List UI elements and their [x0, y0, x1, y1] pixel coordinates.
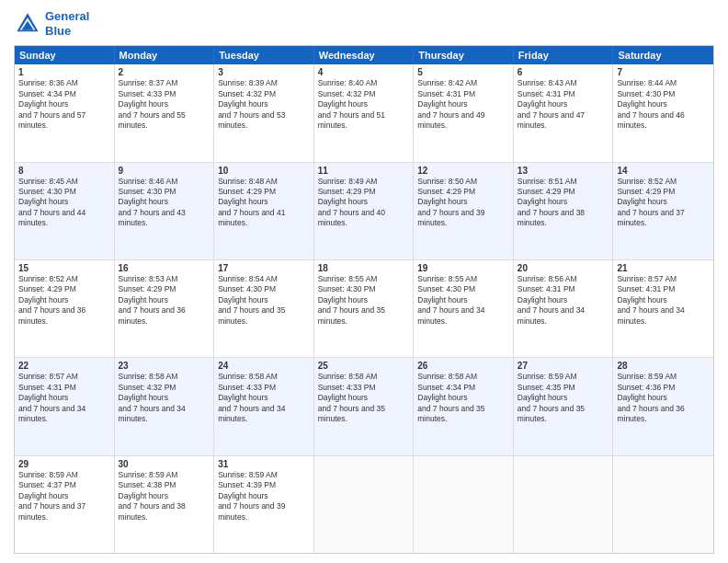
- daylight-label: Daylight hours: [617, 197, 710, 207]
- cal-cell-r4-c0: 29 Sunrise: 8:59 AM Sunset: 4:37 PM Dayl…: [15, 456, 115, 553]
- day-number: 3: [218, 67, 310, 77]
- logo-general: General: [45, 9, 89, 23]
- daylight-hours: and 7 hours and 39 minutes.: [218, 501, 310, 523]
- day-number: 18: [318, 263, 410, 273]
- sunrise-line: Sunrise: 8:39 AM: [218, 78, 310, 88]
- sunset-line: Sunset: 4:37 PM: [18, 480, 110, 490]
- day-number: 4: [318, 67, 410, 77]
- day-number: 20: [518, 263, 609, 273]
- sunrise-line: Sunrise: 8:59 AM: [119, 470, 210, 480]
- daylight-hours: and 7 hours and 44 minutes.: [18, 208, 110, 229]
- daylight-label: Daylight hours: [318, 393, 410, 403]
- daylight-label: Daylight hours: [119, 491, 210, 501]
- cal-cell-r3-c2: 24 Sunrise: 8:58 AM Sunset: 4:33 PM Dayl…: [214, 358, 314, 454]
- header-sunday: Sunday: [15, 46, 115, 64]
- daylight-hours: and 7 hours and 51 minutes.: [318, 110, 410, 132]
- sunset-line: Sunset: 4:29 PM: [18, 284, 110, 294]
- day-number: 25: [318, 361, 410, 371]
- sunset-line: Sunset: 4:31 PM: [518, 284, 609, 294]
- daylight-hours: and 7 hours and 35 minutes.: [218, 305, 310, 327]
- sunset-line: Sunset: 4:31 PM: [518, 89, 609, 99]
- sunrise-line: Sunrise: 8:58 AM: [119, 372, 210, 382]
- sunset-line: Sunset: 4:38 PM: [119, 480, 210, 490]
- sunrise-line: Sunrise: 8:57 AM: [617, 274, 710, 284]
- sunrise-line: Sunrise: 8:59 AM: [18, 470, 110, 480]
- cal-cell-r4-c4: [414, 456, 514, 553]
- calendar-row-3: 15 Sunrise: 8:52 AM Sunset: 4:29 PM Dayl…: [15, 260, 713, 358]
- cal-cell-r2-c3: 18 Sunrise: 8:55 AM Sunset: 4:30 PM Dayl…: [314, 260, 415, 357]
- sunset-line: Sunset: 4:39 PM: [218, 480, 310, 490]
- sunrise-line: Sunrise: 8:40 AM: [318, 78, 410, 88]
- daylight-hours: and 7 hours and 39 minutes.: [417, 208, 509, 229]
- sunrise-line: Sunrise: 8:55 AM: [417, 274, 509, 284]
- sunset-line: Sunset: 4:30 PM: [218, 284, 310, 294]
- daylight-label: Daylight hours: [18, 295, 110, 305]
- day-number: 26: [417, 361, 509, 371]
- sunset-line: Sunset: 4:33 PM: [218, 383, 310, 393]
- daylight-hours: and 7 hours and 35 minutes.: [417, 404, 509, 425]
- sunset-line: Sunset: 4:30 PM: [119, 187, 210, 197]
- cal-cell-r1-c4: 12 Sunrise: 8:50 AM Sunset: 4:29 PM Dayl…: [414, 163, 514, 259]
- daylight-hours: and 7 hours and 55 minutes.: [119, 110, 210, 132]
- sunrise-line: Sunrise: 8:52 AM: [18, 274, 110, 284]
- sunset-line: Sunset: 4:31 PM: [617, 284, 710, 294]
- logo: General Blue: [14, 9, 89, 38]
- daylight-hours: and 7 hours and 34 minutes.: [518, 305, 609, 327]
- cal-cell-r1-c3: 11 Sunrise: 8:49 AM Sunset: 4:29 PM Dayl…: [314, 163, 415, 259]
- daylight-label: Daylight hours: [18, 393, 110, 403]
- sunset-line: Sunset: 4:33 PM: [119, 89, 210, 99]
- cal-cell-r3-c0: 22 Sunrise: 8:57 AM Sunset: 4:31 PM Dayl…: [15, 358, 115, 454]
- daylight-label: Daylight hours: [318, 197, 410, 207]
- daylight-label: Daylight hours: [417, 197, 509, 207]
- sunrise-line: Sunrise: 8:50 AM: [417, 177, 509, 187]
- day-number: 14: [617, 166, 710, 176]
- sunrise-line: Sunrise: 8:42 AM: [417, 78, 509, 88]
- calendar: Sunday Monday Tuesday Wednesday Thursday…: [14, 45, 714, 554]
- sunset-line: Sunset: 4:31 PM: [417, 89, 509, 99]
- daylight-label: Daylight hours: [218, 393, 310, 403]
- cal-cell-r4-c5: [514, 456, 614, 553]
- daylight-hours: and 7 hours and 36 minutes.: [617, 404, 710, 425]
- sunset-line: Sunset: 4:36 PM: [617, 383, 710, 393]
- daylight-label: Daylight hours: [18, 197, 110, 207]
- sunrise-line: Sunrise: 8:58 AM: [417, 372, 509, 382]
- day-number: 23: [119, 361, 210, 371]
- sunrise-line: Sunrise: 8:57 AM: [18, 372, 110, 382]
- cal-cell-r0-c4: 5 Sunrise: 8:42 AM Sunset: 4:31 PM Dayli…: [414, 64, 514, 161]
- sunset-line: Sunset: 4:32 PM: [318, 89, 410, 99]
- cal-cell-r0-c5: 6 Sunrise: 8:43 AM Sunset: 4:31 PM Dayli…: [514, 64, 614, 161]
- daylight-label: Daylight hours: [318, 295, 410, 305]
- daylight-hours: and 7 hours and 43 minutes.: [119, 208, 210, 229]
- daylight-label: Daylight hours: [318, 99, 410, 109]
- daylight-hours: and 7 hours and 36 minutes.: [119, 305, 210, 327]
- daylight-hours: and 7 hours and 34 minutes.: [617, 305, 710, 327]
- cal-cell-r2-c4: 19 Sunrise: 8:55 AM Sunset: 4:30 PM Dayl…: [414, 260, 514, 357]
- daylight-label: Daylight hours: [218, 197, 310, 207]
- day-number: 9: [119, 166, 210, 176]
- calendar-header: Sunday Monday Tuesday Wednesday Thursday…: [15, 46, 713, 64]
- sunrise-line: Sunrise: 8:37 AM: [119, 78, 210, 88]
- day-number: 7: [617, 67, 710, 77]
- cal-cell-r3-c6: 28 Sunrise: 8:59 AM Sunset: 4:36 PM Dayl…: [613, 358, 713, 454]
- day-number: 30: [119, 459, 210, 469]
- sunrise-line: Sunrise: 8:48 AM: [218, 177, 310, 187]
- sunset-line: Sunset: 4:31 PM: [18, 383, 110, 393]
- daylight-label: Daylight hours: [518, 393, 609, 403]
- header-tuesday: Tuesday: [214, 46, 314, 64]
- cal-cell-r4-c1: 30 Sunrise: 8:59 AM Sunset: 4:38 PM Dayl…: [115, 456, 215, 553]
- daylight-hours: and 7 hours and 47 minutes.: [518, 110, 609, 132]
- day-number: 31: [218, 459, 310, 469]
- cal-cell-r0-c2: 3 Sunrise: 8:39 AM Sunset: 4:32 PM Dayli…: [214, 64, 314, 161]
- day-number: 6: [518, 67, 609, 77]
- cal-cell-r3-c4: 26 Sunrise: 8:58 AM Sunset: 4:34 PM Dayl…: [414, 358, 514, 454]
- calendar-row-1: 1 Sunrise: 8:36 AM Sunset: 4:34 PM Dayli…: [15, 64, 713, 162]
- daylight-label: Daylight hours: [518, 99, 609, 109]
- day-number: 2: [119, 67, 210, 77]
- sunrise-line: Sunrise: 8:58 AM: [318, 372, 410, 382]
- daylight-hours: and 7 hours and 41 minutes.: [218, 208, 310, 229]
- header-friday: Friday: [514, 46, 614, 64]
- day-number: 16: [119, 263, 210, 273]
- daylight-label: Daylight hours: [18, 491, 110, 501]
- daylight-label: Daylight hours: [518, 197, 609, 207]
- cal-cell-r1-c5: 13 Sunrise: 8:51 AM Sunset: 4:29 PM Dayl…: [514, 163, 614, 259]
